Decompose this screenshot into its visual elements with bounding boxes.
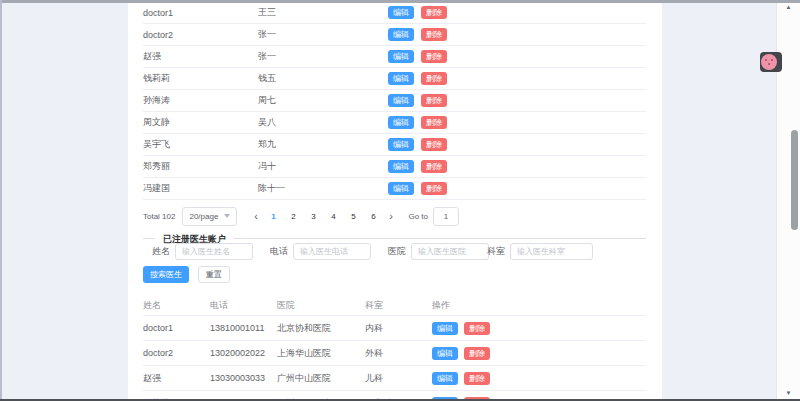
doctor-realname: 王三 xyxy=(258,6,388,19)
account-table: doctor1 王三 编辑删除 doctor2 张一 编辑删除 赵强 张一 编辑… xyxy=(143,3,646,200)
page-number-1[interactable]: 1 xyxy=(263,212,283,221)
delete-button[interactable]: 删除 xyxy=(421,160,447,173)
window-left-edge xyxy=(0,0,2,401)
edit-button[interactable]: 编辑 xyxy=(388,138,414,151)
delete-button[interactable]: 删除 xyxy=(421,94,447,107)
doctor-realname: 钱五 xyxy=(258,72,388,85)
page-number-2[interactable]: 2 xyxy=(283,212,303,221)
floating-widget-icon xyxy=(761,54,777,70)
doctor-realname: 周七 xyxy=(258,94,388,107)
page-number-3[interactable]: 3 xyxy=(303,212,323,221)
doctor-table: 姓名 电话 医院 科室 操作 doctor1 13810001011 北京协和医… xyxy=(143,295,646,399)
edit-button[interactable]: 编辑 xyxy=(388,116,414,129)
delete-button[interactable]: 删除 xyxy=(464,347,490,360)
doctor-phone-input[interactable] xyxy=(293,243,371,260)
edit-button[interactable]: 编辑 xyxy=(388,28,414,41)
content-card: doctor1 王三 编辑删除 doctor2 张一 编辑删除 赵强 张一 编辑… xyxy=(128,3,662,399)
table-row: 钱莉莉 钱五 编辑删除 xyxy=(143,68,646,90)
doctor-realname: 吴八 xyxy=(258,116,388,129)
scrollbar-thumb[interactable] xyxy=(791,130,798,230)
floating-widget[interactable] xyxy=(760,52,782,72)
page-number-6[interactable]: 6 xyxy=(363,212,383,221)
form-item-name: 姓名 xyxy=(152,243,253,260)
doctor-name-input[interactable] xyxy=(175,243,253,260)
header-name: 姓名 xyxy=(143,299,210,312)
doctor-username: 孙海涛 xyxy=(143,94,258,107)
table-row: 赵强 13030003033 广州中山医院 儿科 编辑删除 xyxy=(143,366,646,391)
delete-button[interactable]: 删除 xyxy=(421,72,447,85)
delete-button[interactable]: 删除 xyxy=(421,138,447,151)
doctor-dept: 儿科 xyxy=(365,372,432,385)
doctor-name: 赵强 xyxy=(143,372,210,385)
pagination-total: Total 102 xyxy=(143,212,175,221)
table-row: doctor1 13810001011 北京协和医院 内科 编辑删除 xyxy=(143,316,646,341)
edit-button[interactable]: 编辑 xyxy=(388,50,414,63)
edit-button[interactable]: 编辑 xyxy=(432,347,458,360)
scroll-up-icon[interactable]: ▲ xyxy=(777,3,800,11)
doctor-hospital-input[interactable] xyxy=(411,243,489,260)
name-label: 姓名 xyxy=(152,245,170,258)
edit-button[interactable]: 编辑 xyxy=(432,372,458,385)
doctor-realname: 郑九 xyxy=(258,138,388,151)
goto-label: Go to xyxy=(408,212,428,221)
page-size-select[interactable]: 20/page xyxy=(182,207,237,226)
doctor-realname: 陈十一 xyxy=(258,182,388,195)
edit-button[interactable]: 编辑 xyxy=(388,182,414,195)
reset-button[interactable]: 重置 xyxy=(198,266,230,283)
doctor-name: doctor1 xyxy=(143,323,210,333)
doctor-dept: 外科 xyxy=(365,347,432,360)
table-row: 郑秀丽 冯十 编辑删除 xyxy=(143,156,646,178)
pagination: Total 102 20/page ‹ 1 2 3 4 5 6 › Go to xyxy=(143,206,459,226)
header-phone: 电话 xyxy=(210,299,277,312)
doctor-phone: 13030003033 xyxy=(210,373,277,383)
table-row: doctor2 张一 编辑删除 xyxy=(143,24,646,46)
doctor-search-form: 姓名 电话 医院 科室 xyxy=(143,243,646,262)
delete-button[interactable]: 删除 xyxy=(464,372,490,385)
form-item-phone: 电话 xyxy=(270,243,371,260)
doctor-username: 吴宇飞 xyxy=(143,138,258,151)
table-row: 周文静 吴八 编辑删除 xyxy=(143,112,646,134)
scroll-down-icon[interactable]: ▼ xyxy=(777,389,800,397)
doctor-username: doctor2 xyxy=(143,30,258,40)
doctor-dept: 内科 xyxy=(365,322,432,335)
doctor-phone: 13810001011 xyxy=(210,323,277,333)
edit-button[interactable]: 编辑 xyxy=(388,72,414,85)
window-top-edge xyxy=(0,0,800,3)
page-number-5[interactable]: 5 xyxy=(343,212,363,221)
edit-button[interactable]: 编辑 xyxy=(388,6,414,19)
hospital-label: 医院 xyxy=(388,245,406,258)
doctor-realname: 冯十 xyxy=(258,160,388,173)
doctor-username: 郑秀丽 xyxy=(143,160,258,173)
doctor-dept-input[interactable] xyxy=(510,243,593,260)
edit-button[interactable]: 编辑 xyxy=(388,94,414,107)
delete-button[interactable]: 删除 xyxy=(421,28,447,41)
goto-page-input[interactable] xyxy=(433,207,459,226)
table-header-row: 姓名 电话 医院 科室 操作 xyxy=(143,295,646,316)
doctor-phone: 13020002022 xyxy=(210,348,277,358)
prev-page-button[interactable]: ‹ xyxy=(248,207,263,226)
doctor-realname: 张一 xyxy=(258,50,388,63)
chevron-down-icon xyxy=(224,214,230,218)
edit-button[interactable]: 编辑 xyxy=(432,322,458,335)
edit-button[interactable]: 编辑 xyxy=(388,160,414,173)
delete-button[interactable]: 删除 xyxy=(421,182,447,195)
dept-label: 科室 xyxy=(487,245,505,258)
search-doctor-button[interactable]: 搜索医生 xyxy=(143,266,189,283)
next-page-button[interactable]: › xyxy=(383,207,398,226)
form-item-dept: 科室 xyxy=(487,243,593,260)
table-row: 钱莉莉 13140004044 深圳人民医院 妇产科 编辑删除 xyxy=(143,391,646,399)
doctor-hospital: 上海华山医院 xyxy=(277,347,365,360)
delete-button[interactable]: 删除 xyxy=(421,6,447,19)
doctor-username: 钱莉莉 xyxy=(143,72,258,85)
table-row: 冯建国 陈十一 编辑删除 xyxy=(143,178,646,200)
delete-button[interactable]: 删除 xyxy=(421,50,447,63)
page-number-4[interactable]: 4 xyxy=(323,212,343,221)
delete-button[interactable]: 删除 xyxy=(464,322,490,335)
doctor-username: 周文静 xyxy=(143,116,258,129)
doctor-realname: 张一 xyxy=(258,28,388,41)
delete-button[interactable]: 删除 xyxy=(421,116,447,129)
doctor-username: doctor1 xyxy=(143,8,258,18)
doctor-name: doctor2 xyxy=(143,348,210,358)
doctor-username: 冯建国 xyxy=(143,182,258,195)
header-dept: 科室 xyxy=(365,299,432,312)
